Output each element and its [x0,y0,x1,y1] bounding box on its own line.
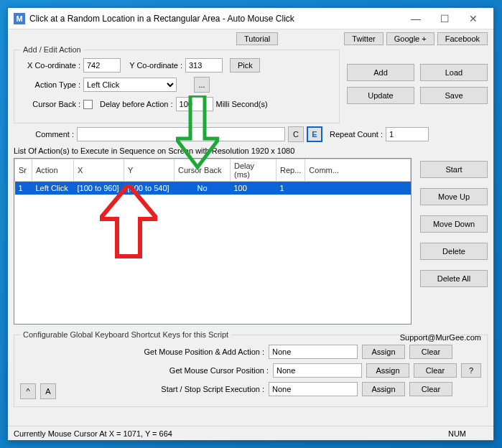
ycoord-label: Y Co-ordinate : [128,61,182,70]
clear-button-3[interactable]: Clear [409,382,452,396]
comment-label: Comment : [14,130,74,139]
titlebar: M Click at a Random Location in a Rectan… [8,8,493,29]
minimize-button[interactable]: — [401,9,430,28]
numlock-indicator: NUM [448,429,466,438]
action-type-select[interactable]: Left Click [83,78,177,92]
shortcut-input-2[interactable] [273,363,362,378]
close-button[interactable]: ✕ [459,9,488,28]
assign-button-3[interactable]: Assign [362,382,405,396]
table-header-row: Sr Action X Y Cursor Back Delay (ms) Rep… [15,159,411,182]
delay-input[interactable] [176,97,213,111]
moveup-button[interactable]: Move Up [420,188,488,205]
app-icon: M [14,13,25,24]
content-area: Tutorial Twitter Google + Facebook Add /… [8,29,493,407]
caret-button[interactable]: ^ [20,383,36,399]
maximize-button[interactable]: ☐ [430,9,459,28]
clear-button-1[interactable]: Clear [409,345,452,359]
e-button[interactable]: E [307,126,322,142]
shortcuts-group: Configurable Global Keyboard Shortcut Ke… [14,330,488,407]
actions-table[interactable]: Sr Action X Y Cursor Back Delay (ms) Rep… [14,158,412,325]
repeat-input[interactable] [386,127,429,141]
assign-button-2[interactable]: Assign [366,363,409,378]
delay-label: Delay before Action : [100,100,173,108]
window-title: Click at a Random Location in a Rectangu… [29,14,401,24]
a-button[interactable]: A [40,383,56,399]
save-button[interactable]: Save [420,87,488,104]
status-text: Currently Mouse Cursor At X = 1071, Y = … [14,429,172,438]
load-button[interactable]: Load [420,64,488,81]
cursor-back-label: Cursor Back : [27,100,80,108]
clear-button-2[interactable]: Clear [414,363,457,378]
ycoord-input[interactable] [185,58,223,73]
shortcuts-legend: Configurable Global Keyboard Shortcut Ke… [20,330,231,339]
tutorial-button[interactable]: Tutorial [236,32,278,45]
deleteall-button[interactable]: Delete All [420,270,488,287]
update-button[interactable]: Update [347,87,414,104]
action-type-label: Action Type : [27,80,80,89]
google-link[interactable]: Google + [386,32,434,45]
comment-input[interactable] [77,127,285,141]
shortcut-label: Get Mouse Position & Add Action : [144,347,264,356]
table-row[interactable]: 1 Left Click [100 to 960] [100 to 540] N… [15,182,411,195]
help-button[interactable]: ? [461,363,481,378]
shortcut-input-1[interactable] [269,345,358,359]
start-button[interactable]: Start [420,161,488,178]
top-links: Twitter Google + Facebook [344,32,488,45]
app-window: M Click at a Random Location in a Rectan… [7,7,494,441]
xcoord-label: X Co-ordinate : [27,61,80,70]
edit-side-buttons: Add Load Update Save [347,45,488,128]
list-side-buttons: Start Move Up Move Down Delete Delete Al… [420,158,488,325]
delay-unit: Milli Second(s) [216,100,268,108]
shortcut-input-3[interactable] [269,382,358,396]
edit-legend: Add / Edit Action [20,45,84,54]
cursor-back-checkbox[interactable] [83,100,93,109]
edit-group: Add / Edit Action X Co-ordinate : Y Co-o… [14,45,340,123]
status-bar: Currently Mouse Cursor At X = 1071, Y = … [8,426,493,440]
xcoord-input[interactable] [83,58,121,73]
twitter-link[interactable]: Twitter [344,32,383,45]
movedown-button[interactable]: Move Down [420,215,488,233]
shortcut-label: Start / Stop Script Execution : [161,385,264,393]
action-extra-button[interactable]: ... [194,77,210,93]
shortcut-label: Get Mouse Cursor Position : [169,366,269,375]
repeat-label: Repeat Count : [330,130,383,139]
c-button[interactable]: C [288,126,304,142]
list-caption: List Of Action(s) to Execute in Sequence… [14,146,488,155]
add-button[interactable]: Add [347,64,414,81]
delete-button[interactable]: Delete [420,243,488,260]
facebook-link[interactable]: Facebook [437,32,488,45]
assign-button-1[interactable]: Assign [362,345,405,359]
pick-button[interactable]: Pick [230,58,260,73]
